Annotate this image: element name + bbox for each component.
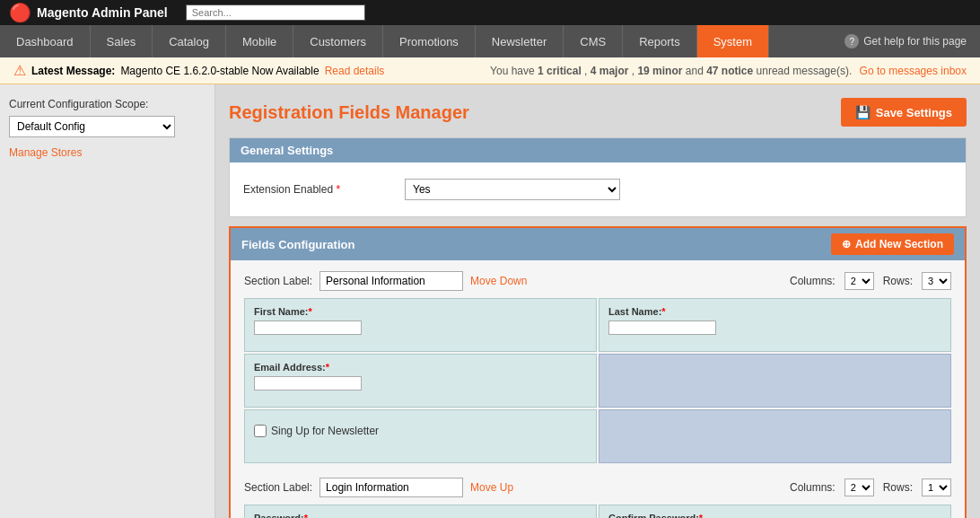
- save-icon: 💾: [855, 105, 871, 119]
- add-section-label: Add New Section: [855, 238, 943, 250]
- nav-item-cms[interactable]: CMS: [564, 25, 623, 57]
- email-required: *: [326, 362, 329, 373]
- save-settings-button[interactable]: 💾 Save Settings: [841, 98, 967, 127]
- password-required: *: [304, 513, 308, 518]
- columns-label-1: Columns:: [790, 275, 836, 287]
- nav-item-dashboard[interactable]: Dashboard: [0, 25, 91, 57]
- extension-enabled-label: Extension Enabled *: [243, 183, 387, 196]
- newsletter-checkbox[interactable]: [254, 425, 267, 437]
- fields-config-header: Fields Configuration ⊕ Add New Section: [231, 228, 965, 260]
- section-personal-label-area: Section Label: Move Down: [244, 271, 527, 291]
- section-login-label-input[interactable]: [319, 478, 463, 497]
- logo-text: Magento Admin Panel: [37, 5, 168, 20]
- section-personal-columns-select[interactable]: 213: [844, 272, 874, 290]
- field-cell-last-name: Last Name:*: [599, 298, 951, 352]
- nav-item-catalog[interactable]: Catalog: [153, 25, 226, 57]
- rows-label-1: Rows:: [883, 275, 913, 287]
- field-cell-empty-1: [599, 354, 951, 408]
- add-section-icon: ⊕: [842, 238, 851, 250]
- notice-right: You have 1 critical , 4 major , 19 minor…: [490, 65, 967, 77]
- email-label: Email Address:*: [254, 362, 587, 373]
- section-login-controls: Section Label: Move Up Columns: 213 Rows…: [244, 478, 951, 497]
- fields-config-content: Section Label: Move Down Columns: 213 Ro…: [231, 260, 965, 518]
- scope-label: Current Configuration Scope:: [9, 98, 206, 110]
- first-name-input[interactable]: [254, 320, 362, 335]
- required-marker: *: [336, 183, 340, 196]
- section-login-move-up[interactable]: Move Up: [470, 481, 513, 494]
- help-link[interactable]: ? Get help for this page: [831, 25, 980, 57]
- section-personal-controls: Section Label: Move Down Columns: 213 Ro…: [244, 271, 951, 291]
- notice-bar: ⚠ Latest Message: Magento CE 1.6.2.0-sta…: [0, 57, 980, 84]
- nav-item-sales[interactable]: Sales: [91, 25, 153, 57]
- content-area: Registration Fields Manager 💾 Save Setti…: [215, 84, 980, 518]
- field-cell-empty-2: [599, 409, 951, 463]
- fields-config-panel: Fields Configuration ⊕ Add New Section S…: [229, 226, 967, 518]
- main-layout: Current Configuration Scope: Default Con…: [0, 84, 980, 518]
- field-cell-email: Email Address:*: [244, 354, 597, 408]
- fields-config-title: Fields Configuration: [241, 238, 354, 251]
- notice-count-prefix: You have: [490, 65, 538, 77]
- notice-count-val: 47 notice: [706, 65, 753, 77]
- notice-warning-icon: ⚠: [13, 62, 26, 79]
- extension-enabled-select[interactable]: Yes No: [405, 179, 620, 200]
- nav-item-customers[interactable]: Customers: [293, 25, 383, 57]
- manage-stores-link[interactable]: Manage Stores: [9, 146, 82, 159]
- columns-label-2: Columns:: [790, 481, 836, 494]
- last-name-required: *: [661, 306, 665, 317]
- section-personal-grid: First Name:* Last Name:* Email Address:*: [244, 298, 951, 463]
- general-settings-header: General Settings: [230, 138, 966, 162]
- field-cell-first-name: First Name:*: [244, 298, 597, 352]
- general-settings-content: Extension Enabled * Yes No: [230, 162, 966, 216]
- notice-prefix: Latest Message:: [31, 65, 115, 77]
- section-login-columns-select[interactable]: 213: [844, 478, 874, 496]
- help-icon: ?: [844, 34, 859, 48]
- nav-item-reports[interactable]: Reports: [623, 25, 697, 57]
- first-name-required: *: [309, 306, 312, 317]
- section-login-grid: Password:* Confirm Password:*: [244, 505, 951, 518]
- confirm-password-required: *: [699, 513, 703, 518]
- minor-count: 19 minor: [637, 65, 682, 77]
- section-login: Section Label: Move Up Columns: 213 Rows…: [244, 478, 951, 518]
- first-name-label: First Name:*: [254, 306, 587, 317]
- section-login-col-rows: Columns: 213 Rows: 123: [790, 478, 951, 496]
- sidebar: Current Configuration Scope: Default Con…: [0, 84, 215, 518]
- read-details-link[interactable]: Read details: [325, 65, 385, 77]
- section-personal-move-down[interactable]: Move Down: [470, 275, 527, 287]
- notice-suffix: unread message(s).: [757, 65, 853, 77]
- general-settings-panel: General Settings Extension Enabled * Yes…: [229, 137, 967, 217]
- section-login-rows-select[interactable]: 123: [922, 478, 951, 496]
- newsletter-checkbox-row: Sing Up for Newsletter: [254, 425, 587, 437]
- separator3: and: [686, 65, 706, 77]
- page-title: Registration Fields Manager: [229, 102, 469, 123]
- rows-label-2: Rows:: [883, 481, 913, 494]
- password-label: Password:*: [254, 513, 587, 518]
- section-login-label-area: Section Label: Move Up: [244, 478, 513, 497]
- page-header: Registration Fields Manager 💾 Save Setti…: [229, 98, 967, 127]
- header-search-wrap: [186, 4, 383, 21]
- section-personal-label-input[interactable]: [319, 271, 463, 291]
- goto-messages-link[interactable]: Go to messages inbox: [860, 65, 967, 77]
- newsletter-label: Sing Up for Newsletter: [271, 425, 379, 437]
- section-label-text-2: Section Label:: [244, 481, 312, 494]
- last-name-input[interactable]: [608, 320, 716, 335]
- section-label-text-1: Section Label:: [244, 275, 312, 287]
- nav-item-promotions[interactable]: Promotions: [383, 25, 476, 57]
- nav-item-system[interactable]: System: [697, 25, 769, 57]
- notice-left: ⚠ Latest Message: Magento CE 1.6.2.0-sta…: [13, 62, 384, 79]
- search-input[interactable]: [186, 4, 365, 21]
- major-count: 4 major: [591, 65, 629, 77]
- scope-select[interactable]: Default Config: [9, 116, 175, 137]
- logo-icon: 🔴: [9, 2, 31, 23]
- section-personal-rows-select[interactable]: 3124: [922, 272, 951, 290]
- section-personal-col-rows: Columns: 213 Rows: 3124: [790, 272, 951, 290]
- general-settings-title: General Settings: [241, 144, 333, 157]
- critical-count: 1 critical: [538, 65, 582, 77]
- add-new-section-button[interactable]: ⊕ Add New Section: [831, 233, 954, 255]
- email-input[interactable]: [254, 376, 362, 391]
- scope-select-wrap: Default Config: [9, 116, 206, 137]
- nav-item-mobile[interactable]: Mobile: [226, 25, 293, 57]
- header: 🔴 Magento Admin Panel: [0, 0, 980, 25]
- help-label: Get help for this page: [863, 35, 967, 48]
- logo: 🔴 Magento Admin Panel: [9, 2, 168, 23]
- nav-item-newsletter[interactable]: Newsletter: [476, 25, 564, 57]
